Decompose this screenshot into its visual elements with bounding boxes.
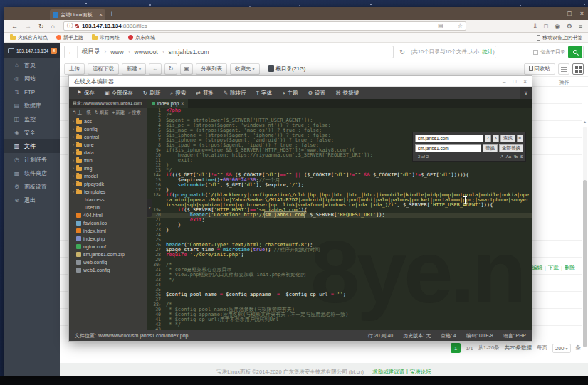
tab-close-icon[interactable]: × bbox=[181, 101, 184, 106]
tree-folder-config[interactable]: ›config bbox=[69, 125, 147, 133]
scroll-up-icon[interactable]: ▲ bbox=[583, 120, 587, 124]
tree-folder-img[interactable]: ›img bbox=[69, 164, 147, 172]
history-status[interactable]: 历史版本: 无 bbox=[403, 332, 431, 339]
selection-toggle[interactable]: S bbox=[520, 154, 523, 159]
forward-icon[interactable]: → bbox=[25, 23, 31, 30]
downloads-icon[interactable]: ⇓ bbox=[532, 23, 538, 30]
disk-root[interactable]: 根目录(21G) bbox=[268, 65, 306, 73]
tree-folder-control[interactable]: ›control bbox=[69, 133, 147, 141]
toolbar-icon-button[interactable]: ↻ bbox=[164, 63, 177, 75]
tree-toolbar-刷新[interactable]: ↻刷新 bbox=[95, 110, 108, 116]
file-search-input[interactable]: 包含子目录 bbox=[495, 46, 584, 58]
editor-toolbar-跳转行[interactable]: ✎跳转行 bbox=[219, 87, 251, 99]
find-button[interactable]: 查找 bbox=[500, 135, 515, 142]
new-tab-button[interactable]: + bbox=[110, 10, 114, 18]
breadcrumb-segment[interactable]: wwwroot bbox=[135, 48, 164, 56]
list-view-toggle[interactable] bbox=[558, 63, 569, 75]
row-action-下载[interactable]: 下载 bbox=[548, 265, 565, 271]
breadcrumb-segment[interactable]: 根目录 bbox=[82, 48, 106, 56]
toolbar-button-远程下载[interactable]: 远程下载 bbox=[88, 63, 119, 75]
panel-host[interactable]: 103.147.13.134 8 bbox=[4, 43, 60, 58]
find-prev-icon[interactable]: ‹ bbox=[485, 135, 491, 142]
editor-toolbar-设置[interactable]: ⚙设置 bbox=[303, 87, 331, 99]
tree-toolbar-新建[interactable]: +新建 bbox=[112, 110, 125, 116]
find-input[interactable] bbox=[415, 135, 483, 142]
mobile-bookmarks[interactable]: 移动设备上的书签 bbox=[537, 34, 582, 41]
editor-toolbar-搜索[interactable]: ⌕搜索 bbox=[165, 87, 191, 99]
modal-close-icon[interactable]: × bbox=[523, 78, 527, 85]
breadcrumb-segment[interactable]: www bbox=[110, 48, 130, 56]
encoding[interactable]: 编码: UTF-8 bbox=[466, 332, 493, 339]
grid-view-toggle[interactable] bbox=[572, 63, 584, 75]
tree-folder-core[interactable]: ›core bbox=[69, 141, 147, 149]
editor-tab-indexphp[interactable]: index.php × bbox=[147, 99, 188, 108]
include-subdir-checkbox[interactable] bbox=[533, 50, 538, 55]
window-close-icon[interactable]: × bbox=[580, 10, 584, 17]
replace-all-button[interactable]: 全部替换 bbox=[499, 144, 523, 152]
window-minimize-icon[interactable]: – bbox=[555, 10, 559, 17]
tree-folder-ffun[interactable]: ›ffun bbox=[69, 157, 147, 164]
toolbar-button-分享列表[interactable]: 分享列表 bbox=[196, 63, 227, 75]
indent-spaces[interactable]: 空格: 4 bbox=[441, 332, 456, 339]
search-button[interactable] bbox=[568, 46, 582, 58]
sidebar-item-首页[interactable]: ⌂首页 bbox=[4, 58, 60, 72]
toolbar-icon-button[interactable]: ▣ bbox=[180, 63, 193, 75]
sidebar-item-退出[interactable]: ⊗退出 bbox=[4, 194, 60, 207]
editor-toolbar-刷新[interactable]: ↻刷新 bbox=[138, 87, 165, 99]
browser-titlebar[interactable]: 宝塔Linux面板 × + – □ × bbox=[4, 7, 588, 20]
search-menu-icon[interactable]: ≡ bbox=[517, 135, 523, 142]
reader-icon[interactable]: ▤ bbox=[438, 23, 443, 29]
more-options-icon[interactable]: ⋯ bbox=[448, 23, 453, 29]
settings-icon[interactable]: ⚙ bbox=[567, 23, 572, 30]
tree-file-sm.jahbs1.com.zip[interactable]: sm.jahbs1.com.zip bbox=[69, 250, 147, 258]
tree-file-.user.ini[interactable]: .user.ini bbox=[69, 204, 147, 211]
replace-button[interactable]: 替换 bbox=[483, 144, 498, 152]
editor-toolbar-快捷键[interactable]: ⌘快捷键 bbox=[330, 87, 364, 99]
tree-folder-model[interactable]: ›model bbox=[69, 172, 147, 180]
refresh-icon[interactable]: ↻ bbox=[399, 48, 405, 56]
per-page-select[interactable]: 200▾ bbox=[552, 344, 571, 353]
reload-icon[interactable]: ↻ bbox=[38, 23, 44, 30]
tab-close-icon[interactable]: × bbox=[99, 12, 103, 18]
back-icon[interactable]: ← bbox=[11, 23, 18, 30]
stats-count-link[interactable]: 统计 bbox=[482, 48, 493, 55]
tree-file-index.html[interactable]: index.html bbox=[69, 227, 147, 235]
regex-toggle[interactable]: .* bbox=[500, 154, 503, 159]
replace-input[interactable] bbox=[415, 144, 481, 152]
toolbar-button-收藏夹[interactable]: 收藏夹▾ bbox=[230, 63, 260, 75]
toolbar-button-新建[interactable]: 新建▾ bbox=[122, 63, 146, 75]
home-icon[interactable]: ⌂ bbox=[51, 23, 55, 30]
url-text[interactable]: 103.147.13.134:8888/files bbox=[82, 23, 435, 29]
tree-file-web1.config[interactable]: web1.config bbox=[69, 266, 147, 274]
toolbar-icon-button[interactable]: ← bbox=[149, 63, 162, 75]
tree-toolbar-上一级[interactable]: ↰上一级 bbox=[73, 110, 91, 116]
modal-maximize-icon[interactable]: □ bbox=[513, 78, 516, 85]
tree-file-nginx.conf[interactable]: nginx.conf bbox=[69, 243, 147, 250]
bookmark-item[interactable]: 京东商城 bbox=[128, 34, 155, 41]
fold-icon[interactable]: ▾ bbox=[159, 193, 161, 197]
breadcrumb-back-icon[interactable]: ← bbox=[65, 46, 78, 58]
word-toggle[interactable]: \b bbox=[514, 154, 518, 159]
tree-file-404.html[interactable]: 404.html bbox=[69, 211, 147, 219]
toolbar-button-上传[interactable]: 上传 bbox=[64, 63, 85, 75]
sidebar-item-计划任务[interactable]: ◷计划任务 bbox=[4, 153, 60, 167]
editor-toolbar-保存[interactable]: ⚑保存 bbox=[72, 87, 100, 99]
forum-link[interactable]: 求助或建议请上宝塔论坛 bbox=[372, 369, 431, 375]
tree-file-index.php[interactable]: index.php bbox=[69, 235, 147, 243]
account-icon[interactable]: ◉ bbox=[555, 23, 560, 30]
tree-folder-templates[interactable]: ›templates bbox=[69, 188, 147, 196]
sidebar-item-面板设置[interactable]: ⚙面板设置 bbox=[4, 180, 60, 194]
notification-badge[interactable]: 8 bbox=[51, 48, 57, 54]
row-action-删除[interactable]: 删除 bbox=[565, 265, 579, 271]
breadcrumb-segment[interactable]: sm.jahbs1.com bbox=[169, 48, 214, 56]
star-icon[interactable]: ☆ bbox=[458, 23, 463, 29]
row-action-编辑[interactable]: 编辑 bbox=[532, 265, 548, 271]
sidebar-item-软件商店[interactable]: ▦软件商店 bbox=[4, 167, 60, 180]
bookmark-item[interactable]: 新手上路 bbox=[56, 34, 83, 41]
editor-toolbar-主题[interactable]: ◑主题 bbox=[277, 87, 303, 99]
sidebar-item-监控[interactable]: ◫监控 bbox=[4, 112, 60, 126]
tree-toolbar-搜索[interactable]: ⌕搜索 bbox=[128, 110, 141, 116]
sidebar-item-数据库[interactable]: ▤数据库 bbox=[4, 99, 60, 112]
url-bar[interactable]: ⓘ 103.147.13.134:8888/files ▤⋯☆ bbox=[63, 21, 466, 31]
tree-file-favicon.ico[interactable]: favicon.ico bbox=[69, 219, 147, 227]
